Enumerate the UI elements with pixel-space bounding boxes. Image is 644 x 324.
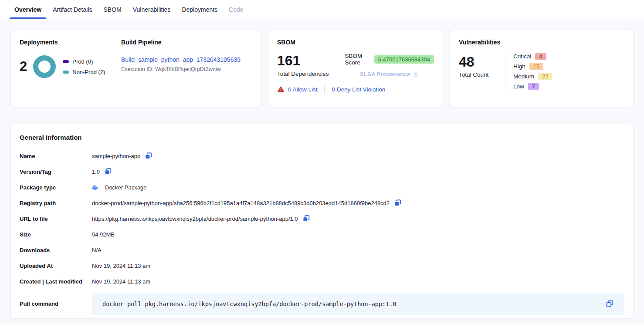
build-pipeline-link[interactable]: Build_sample_python_app_1732043105639: [121, 56, 241, 63]
slsa-provenance-label: SLSA Provenance: [359, 71, 410, 78]
url-value: https://pkg.harness.io/ikpsjoavtcwxnqisy…: [92, 216, 298, 222]
deny-list-link[interactable]: 0 Deny List Violation: [332, 86, 386, 93]
warning-icon: [277, 86, 285, 93]
url-label: URL to file: [20, 216, 92, 222]
info-row-name: Name sample-python-app: [20, 148, 624, 164]
deployments-card-title: Deployments: [20, 39, 121, 46]
info-row-pull-command: Pull command docker pull pkg.harness.io/…: [20, 293, 624, 315]
size-label: Size: [20, 231, 92, 238]
uploaded-at-value: Nov 19, 2024 11:13 am: [92, 263, 150, 269]
version-label: Version/Tag: [20, 169, 92, 175]
registry-path-label: Registry path: [20, 200, 92, 206]
severity-high-row: High 15: [513, 63, 552, 70]
info-row-version: Version/Tag 1.0: [20, 164, 624, 179]
info-row-uploaded-at: Uploaded At Nov 19, 2024 11:13 am: [20, 258, 624, 273]
package-type-value: Docker Package: [105, 184, 146, 191]
copy-url-icon[interactable]: [302, 215, 310, 223]
execution-id: Execution ID: WqkTilbBRqecQrpDtZwniw: [121, 66, 252, 72]
allow-list-link[interactable]: 0 Allow List: [288, 86, 318, 93]
pull-command-block: docker pull pkg.harness.io/ikpsjoavtcwxn…: [92, 293, 624, 315]
downloads-label: Downloads: [20, 247, 92, 253]
severity-list: Critical 4 High 15 Medium 22 Low 7: [513, 53, 552, 90]
legend-item-prod: Prod (0): [63, 58, 105, 65]
sbom-score-label: SBOM Score: [345, 53, 371, 66]
vulnerabilities-card: Vulnerabilities 48 Total Count Critical …: [450, 30, 634, 107]
tab-bar: Overview Artifact Details SBOM Vulnerabi…: [0, 0, 644, 19]
severity-low-row: Low 7: [513, 83, 552, 90]
info-row-size: Size 54.92MB: [20, 226, 624, 242]
copy-pull-command-icon[interactable]: [606, 300, 614, 308]
sbom-divider: [337, 53, 337, 78]
severity-critical-count-badge: 4: [535, 53, 546, 60]
vulnerabilities-total-count: 48: [459, 54, 497, 70]
info-row-url: URL to file https://pkg.harness.io/ikpsj…: [20, 211, 624, 226]
version-value: 1.0: [92, 169, 100, 175]
copy-name-icon[interactable]: [145, 152, 153, 160]
created-label: Created | Last modified: [20, 278, 92, 285]
info-row-downloads: Downloads N/A: [20, 242, 624, 258]
vulnerabilities-divider: [505, 53, 505, 90]
deployments-card: Deployments 2 Prod (0) Non-Prod (2): [10, 30, 261, 107]
severity-high-count-badge: 15: [529, 63, 543, 70]
severity-medium-count-badge: 22: [538, 73, 552, 80]
tab-vulnerabilities[interactable]: Vulnerabilities: [127, 0, 176, 19]
package-type-label: Package type: [20, 184, 92, 191]
vulnerabilities-total-label: Total Count: [459, 71, 497, 78]
download-icon: [413, 71, 419, 78]
legend-item-nonprod: Non-Prod (2): [63, 69, 105, 75]
sbom-total-block: 161 Total Dependencies: [277, 53, 329, 77]
general-info-title: General Information: [20, 134, 624, 141]
size-value: 54.92MB: [92, 231, 115, 238]
deployments-donut-chart: [33, 55, 56, 78]
copy-registry-path-icon[interactable]: [394, 199, 402, 207]
tab-sbom[interactable]: SBOM: [98, 0, 127, 19]
severity-critical-row: Critical 4: [513, 53, 552, 60]
build-pipeline-title: Build Pipeline: [121, 39, 252, 46]
sbom-total-label: Total Dependencies: [277, 71, 329, 77]
uploaded-at-label: Uploaded At: [20, 263, 92, 269]
nonprod-swatch: [63, 71, 69, 74]
severity-critical-label: Critical: [513, 53, 531, 60]
sbom-card-title: SBOM: [277, 39, 434, 46]
vulnerabilities-total-block: 48 Total Count: [459, 53, 497, 90]
links-separator: [325, 85, 325, 93]
tab-artifact-details[interactable]: Artifact Details: [47, 0, 98, 19]
severity-low-count-badge: 7: [528, 83, 539, 90]
sbom-score-badge: 6.470017636684304: [374, 55, 434, 64]
tab-overview[interactable]: Overview: [9, 0, 47, 19]
deployments-total-count: 2: [20, 59, 27, 74]
created-value: Nov 19, 2024 11:13 am: [92, 278, 150, 285]
severity-low-label: Low: [513, 83, 524, 90]
general-info-card: General Information Name sample-python-a…: [10, 124, 634, 319]
info-row-package-type: Package type Docker Package: [20, 179, 624, 195]
name-label: Name: [20, 153, 92, 159]
docker-icon: [92, 184, 99, 190]
pull-command-text: docker pull pkg.harness.io/ikpsjoavtcwxn…: [102, 300, 397, 307]
copy-version-icon[interactable]: [104, 168, 112, 176]
pull-command-label: Pull command: [20, 300, 92, 307]
deployments-legend: Prod (0) Non-Prod (2): [63, 58, 105, 75]
registry-path-value: docker-prod/sample-python-app/sha256:596…: [92, 200, 390, 206]
info-row-created: Created | Last modified Nov 19, 2024 11:…: [20, 273, 624, 289]
name-value: sample-python-app: [92, 153, 140, 159]
severity-high-label: High: [513, 63, 525, 70]
prod-swatch: [63, 60, 69, 63]
info-row-registry-path: Registry path docker-prod/sample-python-…: [20, 195, 624, 211]
tab-deployments[interactable]: Deployments: [176, 0, 223, 19]
tab-code[interactable]: Code: [223, 0, 249, 19]
sbom-total-count: 161: [277, 53, 329, 68]
sbom-card: SBOM 161 Total Dependencies SBOM Score 6…: [268, 30, 443, 107]
prod-label: Prod (0): [72, 58, 93, 65]
severity-medium-label: Medium: [513, 73, 534, 80]
slsa-provenance-link[interactable]: SLSA Provenance: [345, 71, 434, 78]
severity-medium-row: Medium 22: [513, 73, 552, 80]
downloads-value: N/A: [92, 247, 102, 253]
vulnerabilities-card-title: Vulnerabilities: [459, 39, 624, 46]
nonprod-label: Non-Prod (2): [72, 69, 105, 75]
